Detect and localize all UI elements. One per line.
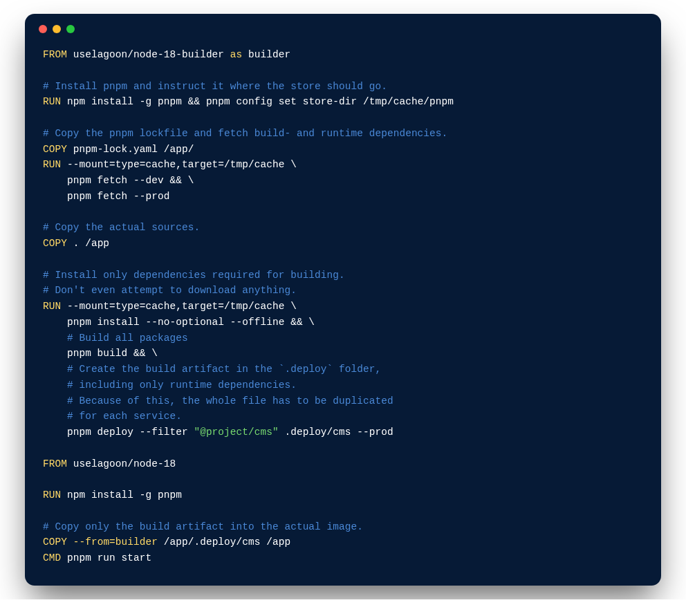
code-token: # for each service. [67, 411, 182, 422]
code-line: FROM uselagoon/node-18-builder as builde… [43, 47, 643, 63]
code-token: RUN [43, 96, 61, 107]
code-token: uselagoon/node-18-builder [67, 49, 230, 60]
code-line: # Copy the pnpm lockfile and fetch build… [43, 126, 643, 142]
code-token: # Install only dependencies required for… [43, 270, 345, 281]
title-bar [25, 14, 661, 36]
code-token: # including only runtime dependencies. [67, 380, 297, 391]
code-line: # Copy only the build artifact into the … [43, 519, 643, 535]
code-token: pnpm build && \ [43, 348, 158, 359]
code-token: --mount=type=cache,target=/tmp/cache \ [61, 301, 297, 312]
code-line [43, 205, 643, 221]
code-line [43, 63, 643, 79]
code-token: RUN [43, 301, 61, 312]
code-token: --from=builder [73, 536, 158, 548]
code-token: uselagoon/node-18 [67, 458, 176, 469]
code-line: # Copy the actual sources. [43, 220, 643, 236]
code-line: RUN npm install -g pnpm [43, 487, 643, 503]
code-line: RUN npm install -g pnpm && pnpm config s… [43, 94, 643, 110]
code-token [43, 411, 67, 422]
code-token: "@project/cms" [194, 427, 278, 438]
code-line: pnpm install --no-optional --offline && … [43, 315, 643, 330]
code-line: pnpm deploy --filter "@project/cms" .dep… [43, 424, 643, 440]
code-line: # Don't even attempt to download anythin… [43, 283, 643, 299]
code-token: builder [242, 49, 290, 60]
code-token: # Copy the pnpm lockfile and fetch build… [43, 128, 447, 139]
terminal-window: FROM uselagoon/node-18-builder as builde… [25, 14, 661, 586]
code-line: # including only runtime dependencies. [43, 377, 643, 393]
code-token: . /app [67, 238, 109, 249]
code-line: COPY --from=builder /app/.deploy/cms /ap… [43, 534, 643, 550]
close-icon[interactable] [39, 25, 47, 33]
minimize-icon[interactable] [53, 25, 61, 33]
code-token: COPY [43, 238, 67, 249]
maximize-icon[interactable] [66, 25, 75, 33]
code-line: COPY . /app [43, 236, 643, 252]
code-token [67, 536, 73, 548]
code-line: # Because of this, the whole file has to… [43, 393, 643, 409]
code-token: FROM [43, 49, 67, 60]
code-token: FROM [43, 458, 67, 469]
code-token: pnpm fetch --prod [43, 191, 169, 202]
code-token: .deploy/cms --prod [279, 427, 393, 438]
code-line: RUN --mount=type=cache,target=/tmp/cache… [43, 299, 643, 315]
code-token: COPY [43, 144, 67, 155]
code-token [43, 380, 67, 391]
code-line: # Create the build artifact in the `.dep… [43, 362, 643, 377]
code-block: FROM uselagoon/node-18-builder as builde… [25, 36, 661, 586]
code-line: pnpm fetch --dev && \ [43, 173, 643, 189]
code-token: pnpm fetch --dev && \ [43, 175, 194, 186]
code-line: CMD pnpm run start [43, 550, 643, 566]
code-line: # Install pnpm and instruct it where the… [43, 79, 643, 95]
code-line: FROM uselagoon/node-18 [43, 456, 643, 472]
code-token: pnpm-lock.yaml /app/ [67, 144, 194, 155]
code-token: --mount=type=cache,target=/tmp/cache \ [61, 159, 297, 170]
code-token [43, 395, 67, 407]
code-token [43, 364, 67, 375]
code-line: # Build all packages [43, 330, 643, 346]
code-token: /app/.deploy/cms /app [158, 536, 290, 548]
code-token: npm install -g pnpm [61, 489, 182, 501]
code-line: # for each service. [43, 409, 643, 424]
code-line [43, 252, 643, 268]
code-token: pnpm install --no-optional --offline && … [43, 317, 315, 328]
code-line: COPY pnpm-lock.yaml /app/ [43, 142, 643, 158]
code-token: # Because of this, the whole file has to… [67, 395, 393, 407]
code-token: pnpm deploy --filter [43, 427, 194, 438]
code-token: RUN [43, 159, 61, 170]
code-line [43, 110, 643, 126]
code-line [43, 440, 643, 456]
code-token: # Copy the actual sources. [43, 222, 200, 233]
code-token: pnpm run start [61, 552, 151, 563]
code-token: # Install pnpm and instruct it where the… [43, 81, 387, 92]
code-token: RUN [43, 489, 61, 501]
code-token: npm install -g pnpm && pnpm config set s… [61, 96, 454, 107]
code-line: pnpm fetch --prod [43, 189, 643, 205]
code-line [43, 472, 643, 487]
code-line: pnpm build && \ [43, 346, 643, 362]
code-token: # Build all packages [67, 333, 188, 344]
code-token [43, 333, 67, 344]
code-token: as [230, 49, 242, 60]
code-line: RUN --mount=type=cache,target=/tmp/cache… [43, 157, 643, 173]
code-token: COPY [43, 536, 67, 548]
code-line [43, 503, 643, 519]
code-token: # Copy only the build artifact into the … [43, 521, 363, 532]
code-token: # Create the build artifact in the `.dep… [67, 364, 381, 375]
code-token: CMD [43, 552, 61, 563]
code-line: # Install only dependencies required for… [43, 268, 643, 283]
code-token: # Don't even attempt to download anythin… [43, 285, 297, 296]
